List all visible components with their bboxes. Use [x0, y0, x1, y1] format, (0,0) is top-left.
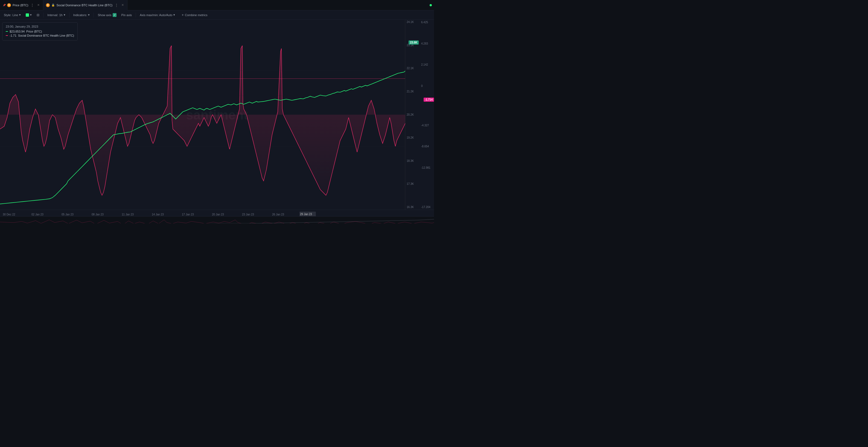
show-axis-control[interactable]: Show axis ✓ — [96, 12, 118, 18]
pin-axis-label: Pin axis — [121, 13, 132, 17]
tooltip-price-label: Price (BTC) — [26, 30, 42, 33]
axis-label-2: 22.1K — [406, 67, 420, 70]
axis-maxmin-label: Axis max/min: Auto/Auto — [140, 13, 172, 17]
mini-chart-svg — [0, 217, 434, 223]
axis-label-0: 24.1K — [406, 21, 420, 24]
toolbar: Style: Line ▾ ▾ ⊟ Interval: 1h ▾ Indicat… — [0, 10, 434, 20]
style-chevron: ▾ — [19, 13, 21, 17]
style-selector[interactable]: Style: Line ▾ — [2, 12, 23, 18]
tab-2-menu[interactable]: ⋮ — [115, 3, 118, 7]
indicators-chevron: ▾ — [88, 13, 90, 17]
axis-label-3: 21.2K — [406, 90, 420, 93]
tooltip-price-value: $23,653.94 — [9, 30, 25, 33]
pin-axis-button[interactable]: Pin axis — [120, 12, 134, 18]
tooltip-price-row: $23,653.94 Price (BTC) — [6, 30, 74, 33]
svg-text:14 Jan 23: 14 Jan 23 — [152, 213, 164, 216]
current-price-badge: 23.6K — [409, 40, 419, 44]
tooltip-date: 23:00, January 29, 2023 — [6, 25, 74, 28]
pink-axis-0: 6.425 — [420, 21, 434, 24]
pink-axis-7: -12.981 — [420, 166, 434, 169]
tab-social-dominance[interactable]: ₿ 🔒 Social Dominance BTC Health Line (BT… — [43, 0, 127, 10]
tooltip-social-row: -1.71 Social Dominance BTC Health Line (… — [6, 34, 74, 37]
tab-1-label: Price (BTC) — [12, 4, 28, 7]
combine-metrics-button[interactable]: + Combine metrics — [179, 12, 210, 18]
main-chart-svg — [0, 20, 405, 210]
axis-label-8: 16.3K — [406, 206, 420, 209]
pink-axis-9: -17.204 — [420, 205, 434, 209]
svg-text:08 Jan 23: 08 Jan 23 — [92, 213, 104, 216]
interval-selector[interactable]: Interval: 1h ▾ — [46, 12, 67, 18]
indicators-selector[interactable]: Indicators: ▾ — [72, 12, 92, 18]
interval-label: Interval: — [47, 13, 58, 17]
tooltip-social-value: -1.71 — [9, 34, 17, 37]
axis-label-6: 18.3K — [406, 160, 420, 162]
show-axis-checkbox[interactable]: ✓ — [113, 13, 117, 17]
tab-2-close[interactable]: ✕ — [121, 3, 124, 7]
svg-text:26 Jan 23: 26 Jan 23 — [272, 213, 284, 216]
svg-text:29 Jan 23: 29 Jan 23 — [300, 213, 312, 216]
btc-icon-2: ₿ — [46, 3, 50, 7]
interval-chevron: ▾ — [64, 13, 65, 17]
pink-axis-3: 0 — [420, 85, 434, 88]
axis-label-5: 19.2K — [406, 136, 420, 139]
pink-axis-1: 4.283 — [420, 42, 434, 45]
interval-value: 1h — [59, 13, 62, 17]
svg-text:05 Jan 23: 05 Jan 23 — [62, 213, 73, 216]
mini-chart — [0, 216, 434, 223]
green-swatch — [26, 13, 29, 17]
social-legend-icon — [6, 35, 8, 36]
indicators-label: Indicators: — [73, 13, 87, 17]
chart-type-selector[interactable]: ⊟ — [35, 12, 41, 18]
axis-label-4: 20.2K — [406, 114, 420, 116]
divider-1 — [43, 12, 43, 18]
status-indicator — [430, 4, 432, 6]
pink-axis-2: 2.142 — [420, 63, 434, 66]
swatch-chevron: ▾ — [30, 13, 32, 17]
tooltip-social-label: Social Dominance BTC Health Line (BTC) — [18, 34, 74, 37]
svg-text:17 Jan 23: 17 Jan 23 — [182, 213, 194, 216]
lock-icon: 🔒 — [52, 4, 55, 6]
chart-container: santiment 24.1K 23.1K 22.1K 21.2K — [0, 20, 434, 210]
axis-label-7: 17.3K — [406, 183, 420, 185]
axis-maxmin-chevron: ▾ — [174, 13, 175, 17]
tab-2-label: Social Dominance BTC Health Line (BTC) — [56, 4, 113, 7]
show-axis-label: Show axis — [98, 13, 111, 17]
tab-1-menu[interactable]: ⋮ — [30, 3, 34, 7]
color-swatch-selector[interactable]: ▾ — [24, 12, 33, 18]
pink-axis-5: -4.327 — [420, 124, 434, 127]
plus-icon: + — [182, 13, 184, 17]
right-axis-pink: 6.425 4.283 2.142 0 -4.327 -8.654 -12.98… — [420, 20, 434, 210]
bottom-axis: 30 Dec 22 02 Jan 23 05 Jan 23 08 Jan 23 … — [0, 210, 434, 216]
tab-1-close[interactable]: ✕ — [36, 3, 40, 7]
price-legend-icon — [6, 31, 8, 32]
current-pink-badge: -1.714 — [424, 98, 434, 102]
svg-text:02 Jan 23: 02 Jan 23 — [31, 213, 43, 216]
chart-type-icon: ⊟ — [37, 13, 39, 17]
tab-bar: 📌 ₿ Price (BTC) ⋮ ✕ ₿ 🔒 Social Dominance… — [0, 0, 434, 10]
pink-axis-6: -8.654 — [420, 145, 434, 148]
axis-maxmin-selector[interactable]: Axis max/min: Auto/Auto ▾ — [138, 12, 177, 18]
combine-metrics-label: Combine metrics — [185, 13, 208, 17]
svg-text:30 Dec 22: 30 Dec 22 — [3, 213, 15, 216]
tooltip: 23:00, January 29, 2023 $23,653.94 Price… — [2, 23, 78, 40]
style-value: Line — [12, 13, 18, 17]
svg-text:11 Jan 23: 11 Jan 23 — [122, 213, 134, 216]
right-axis-btc: 24.1K 23.1K 22.1K 21.2K 20.2K 19.2K 18.3… — [406, 20, 420, 210]
svg-text:23 Jan 23: 23 Jan 23 — [242, 213, 254, 216]
btc-icon-1: ₿ — [7, 3, 11, 7]
tab-price-btc[interactable]: 📌 ₿ Price (BTC) ⋮ ✕ — [0, 0, 43, 10]
pin-icon: 📌 — [3, 4, 5, 6]
style-label: Style: — [4, 13, 11, 17]
divider-2 — [69, 12, 69, 18]
svg-text:20 Jan 23: 20 Jan 23 — [212, 213, 224, 216]
